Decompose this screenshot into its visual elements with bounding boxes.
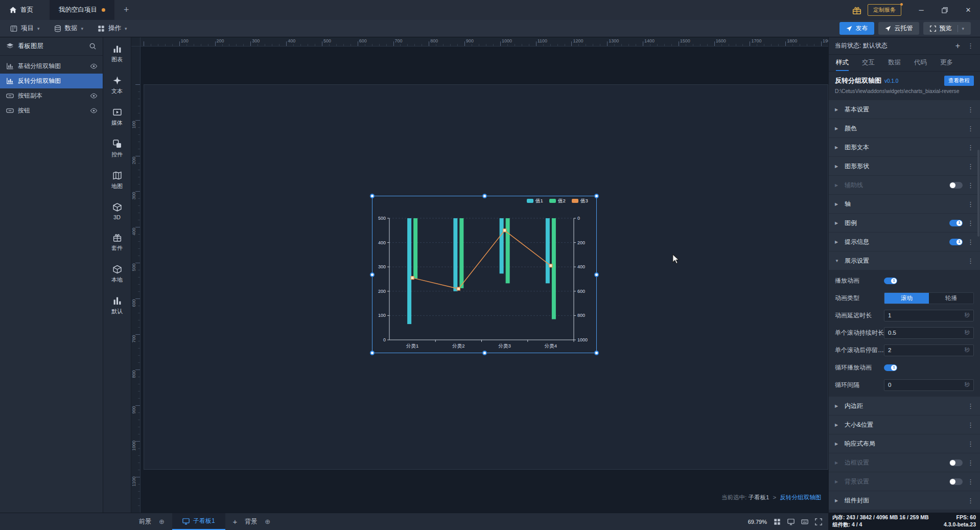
section-graphic-shape[interactable]: ▶图形形状⋮ (829, 157, 980, 175)
custom-service-button[interactable]: 定制服务 (868, 4, 901, 16)
scroll-duration-input[interactable]: 0.5 秒 (884, 327, 974, 339)
kebab-menu-icon[interactable]: ⋮ (967, 200, 974, 208)
eye-icon[interactable] (90, 62, 98, 70)
segment-scroll[interactable]: 滚动 (884, 293, 929, 304)
section-toggle[interactable]: 1 (949, 220, 963, 226)
background-tab[interactable]: 背景 (245, 517, 257, 526)
loop-gap-input[interactable]: 0 秒 (884, 379, 974, 391)
selection-handle[interactable] (370, 272, 375, 277)
horizontal-ruler[interactable]: 1002003004005006007008009001000110012001… (131, 37, 828, 47)
section-padding[interactable]: ▶内边距⋮ (829, 397, 980, 415)
section-toggle[interactable] (949, 459, 963, 466)
preview-button[interactable]: 预览 ▾ (923, 22, 971, 35)
layer-item-1[interactable]: 反转分组双轴图 (0, 74, 103, 88)
section-border-settings[interactable]: ▶边框设置⋮ (829, 453, 980, 472)
new-tab-button[interactable]: + (124, 5, 129, 15)
selection-handle[interactable] (594, 194, 599, 198)
selection-handle[interactable] (482, 351, 487, 355)
kebab-menu-icon[interactable]: ⋮ (967, 106, 974, 113)
menu-data[interactable]: 数据 ▾ (47, 20, 91, 37)
add-background-button[interactable]: ⊕ (265, 518, 270, 525)
monitor-icon[interactable] (787, 518, 795, 525)
loop-animation-toggle[interactable]: 1 (884, 364, 897, 371)
section-responsive-layout[interactable]: ▶响应式布局⋮ (829, 434, 980, 453)
add-board-button[interactable]: + (233, 517, 238, 526)
canvas[interactable]: 1002003004005006007008009001000110012001… (131, 37, 828, 513)
eye-icon[interactable] (90, 92, 98, 100)
kebab-menu-icon[interactable]: ⋮ (967, 125, 974, 132)
eye-icon[interactable] (90, 107, 98, 114)
toolbar-item-kit[interactable]: 套件 (111, 233, 123, 252)
zoom-level[interactable]: 69.79% (748, 519, 767, 525)
tab-interaction[interactable]: 交互 (862, 55, 875, 71)
tab-code[interactable]: 代码 (914, 55, 927, 71)
vertical-ruler[interactable]: 10020030040050060070080090010001100 (131, 47, 141, 513)
kebab-menu-icon[interactable]: ⋮ (967, 144, 974, 151)
toolbar-item-text-star[interactable]: 文本 (111, 76, 123, 95)
selected-widget-biaxial-chart[interactable]: 010020030040050002004006008001000分类1分类2分… (372, 196, 597, 353)
section-size-position[interactable]: ▶大小&位置⋮ (829, 416, 980, 434)
play-animation-toggle[interactable]: 1 (884, 278, 897, 284)
restore-button[interactable] (933, 0, 956, 20)
selection-status-board[interactable]: 子看板1 (748, 494, 769, 500)
close-button[interactable]: ✕ (956, 0, 980, 20)
kebab-menu-icon[interactable]: ⋮ (967, 497, 974, 504)
selection-handle[interactable] (594, 351, 599, 355)
kebab-menu-icon[interactable]: ⋮ (967, 440, 974, 448)
kebab-menu-icon[interactable]: ⋮ (967, 219, 974, 227)
segment-carousel[interactable]: 轮播 (929, 293, 973, 304)
section-tooltip[interactable]: ▶提示信息1⋮ (829, 233, 980, 251)
chevron-down-icon[interactable]: ▾ (962, 26, 964, 31)
toolbar-item-media[interactable]: 媒体 (111, 108, 123, 127)
selection-handle[interactable] (594, 272, 599, 277)
state-value[interactable]: 默认状态 (863, 41, 888, 50)
tutorial-button[interactable]: 查看教程 (944, 76, 974, 86)
selection-handle[interactable] (482, 194, 487, 198)
project-tab[interactable]: 我的空白项目 (50, 0, 114, 20)
toolbar-item-local-box[interactable]: 本地 (111, 265, 123, 284)
section-axis[interactable]: ▶轴⋮ (829, 195, 980, 213)
minimize-button[interactable]: ─ (909, 0, 933, 20)
selection-handle[interactable] (370, 194, 375, 198)
selection-handle[interactable] (370, 351, 375, 355)
section-component-cover[interactable]: ▶组件封面⋮ (829, 491, 980, 510)
cloud-hosting-button[interactable]: 云托管 (878, 22, 919, 35)
keyboard-icon[interactable] (801, 518, 808, 525)
kebab-menu-icon[interactable]: ⋮ (967, 238, 974, 246)
animation-delay-input[interactable]: 1 秒 (884, 310, 974, 321)
kebab-menu-icon[interactable]: ⋮ (967, 163, 974, 170)
section-toggle[interactable] (949, 478, 963, 485)
section-color[interactable]: ▶颜色⋮ (829, 119, 980, 137)
grid-view-icon[interactable] (774, 518, 781, 525)
toolbar-item-map[interactable]: 地图 (111, 171, 123, 190)
tab-style[interactable]: 样式 (836, 55, 849, 71)
section-legend[interactable]: ▶图例1⋮ (829, 214, 980, 232)
kebab-menu-icon[interactable]: ⋮ (967, 478, 974, 486)
kebab-menu-icon[interactable]: ⋮ (967, 402, 974, 410)
section-auxiliary-line[interactable]: ▶辅助线⋮ (829, 176, 980, 194)
subboard-tab[interactable]: 子看板1 (172, 513, 225, 530)
kebab-menu-icon[interactable]: ⋮ (967, 459, 974, 467)
section-background-settings[interactable]: ▶背景设置⋮ (829, 472, 980, 491)
scrollbar-thumb[interactable] (977, 150, 979, 237)
section-toggle[interactable] (949, 182, 963, 189)
menu-operation[interactable]: 操作 ▾ (90, 20, 134, 37)
home-button[interactable]: 首页 (0, 0, 42, 20)
section-toggle[interactable]: 1 (949, 239, 963, 245)
section-display-settings[interactable]: ▼展示设置⋮ (829, 251, 980, 270)
add-state-button[interactable]: + (955, 41, 960, 51)
tab-data[interactable]: 数据 (888, 55, 901, 71)
kebab-menu-icon[interactable]: ⋮ (967, 257, 974, 265)
scroll-stay-input[interactable]: 2 秒 (884, 344, 974, 356)
toolbar-item-default-chart[interactable]: 默认 (111, 296, 123, 315)
kebab-menu-icon[interactable]: ⋮ (967, 42, 974, 50)
toolbar-item-bar-chart[interactable]: 图表 (111, 44, 123, 63)
menu-project[interactable]: 项目 ▾ (3, 20, 47, 37)
layer-item-2[interactable]: 按钮副本 (0, 88, 103, 103)
search-icon[interactable] (89, 42, 97, 50)
layer-item-0[interactable]: 基础分组双轴图 (0, 59, 103, 74)
add-foreground-button[interactable]: ⊕ (159, 518, 165, 525)
tab-more[interactable]: 更多 (940, 55, 953, 71)
section-basic-settings[interactable]: ▶基本设置⋮ (829, 100, 980, 119)
section-graphic-text[interactable]: ▶图形文本⋮ (829, 138, 980, 156)
